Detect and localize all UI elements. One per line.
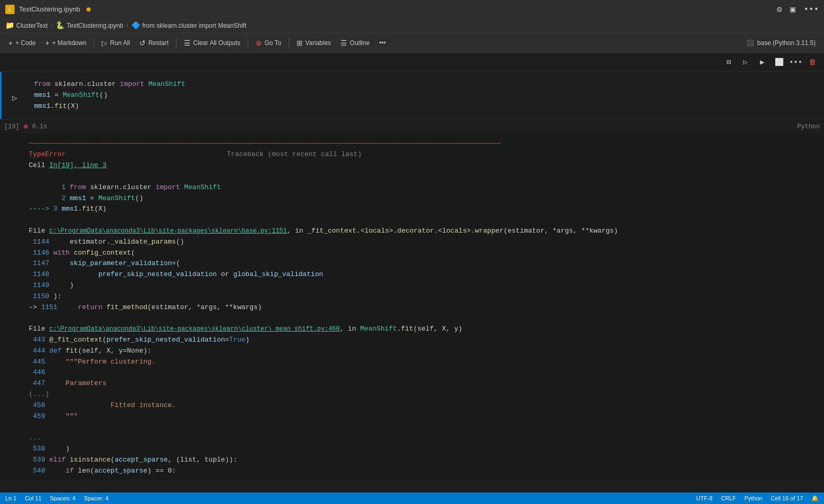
kernel-indicator[interactable]: ⬛ base (Python 3.11.5) [742, 37, 820, 49]
more-toolbar-label: ••• [379, 39, 386, 47]
error-status-icon: ⊗ [24, 122, 28, 131]
title-bar-left: 🐍 TextClustering.ipynb [5, 5, 91, 14]
code-editor[interactable]: from sklearn.cluster import MeanShift mm… [28, 76, 824, 115]
more-toolbar-button[interactable]: ••• [375, 37, 390, 49]
add-markdown-button[interactable]: + + Markdown [41, 37, 91, 49]
error-type: TypeError [29, 150, 65, 158]
f3-l540: 540 if len(accept_sparse) == 0: [29, 466, 824, 477]
status-bar: Ln 1 Col 11 Spaces: 4 Spacer: 4 UTF-8 CR… [0, 492, 824, 504]
f1-l1148: 1148 prefer_skip_nested_validation or gl… [29, 269, 824, 280]
toolbar-sep-1 [94, 38, 94, 48]
breadcrumb: 📁 ClusterText › 🐍 TextClustering.ipynb ›… [0, 18, 824, 33]
f1-l1150: 1150 ): [29, 291, 824, 302]
clear-icon: ☰ [184, 39, 191, 47]
cell-ref: Cell In[19], line 3 [29, 160, 824, 171]
outline-button[interactable]: ☰ Outline [336, 37, 374, 49]
f2-l445: 445 """Perform clustering. [29, 357, 824, 368]
run-cell-button[interactable]: ▷ [12, 93, 17, 103]
main-content: ▷ from sklearn.cluster import MeanShift … [0, 72, 824, 489]
status-ln: Ln 1 [5, 495, 16, 501]
restart-button[interactable]: ↺ Restart [135, 37, 173, 49]
error-header: TypeError Traceback (most recent call la… [29, 149, 824, 160]
breadcrumb-symbol[interactable]: from sklearn.cluster import MeanShift [142, 22, 247, 29]
dots-1: (...) [29, 389, 824, 400]
cell-ref-link[interactable]: In[19], line 3 [49, 161, 106, 169]
status-spacer2: Spacer: 4 [84, 495, 108, 501]
delete-cell-button[interactable]: 🗑 [805, 55, 820, 70]
stop-icon: ⊗ [256, 39, 262, 47]
format-button[interactable]: ⊟ [721, 55, 736, 70]
gear-icon[interactable]: ⚙ [777, 4, 782, 15]
f3-l538: 538 ) [29, 444, 824, 455]
f2-l446: 446 [29, 367, 824, 378]
app-icon: 🐍 [5, 5, 15, 14]
clear-outputs-button[interactable]: ☰ Clear All Outputs [180, 37, 245, 49]
kernel-label: base (Python 3.11.5) [757, 39, 816, 47]
variables-icon: ⊞ [296, 39, 303, 47]
code-cell-19: ▷ from sklearn.cluster import MeanShift … [0, 72, 824, 119]
exec-time: 0.1s [32, 123, 47, 130]
f1-l1147: 1147 skip_parameter_validation=( [29, 258, 824, 269]
breadcrumb-sep-2: › [125, 22, 129, 29]
title-bar-right: ⚙ ▣ ••• [777, 4, 819, 15]
variables-label: Variables [305, 39, 331, 47]
variables-button[interactable]: ⊞ Variables [292, 37, 335, 49]
f2-l447: 447 Parameters [29, 378, 824, 389]
status-col: Col 11 [25, 495, 41, 501]
breadcrumb-cluster-text[interactable]: ClusterText [16, 22, 48, 29]
breadcrumb-sep-1: › [50, 22, 53, 29]
run-all-button[interactable]: ▷ Run All [97, 37, 134, 49]
restart-icon: ↺ [139, 39, 146, 47]
cell-gutter: ▷ [2, 72, 28, 119]
status-right: UTF-8 CRLF Python Cell 16 of 17 🔔 [696, 495, 819, 502]
run-all-icon: ▷ [102, 39, 107, 47]
folder-icon: 📁 [5, 21, 14, 30]
file1-link[interactable]: c:\ProgramData\anaconda3\Lib\site-packag… [49, 227, 287, 235]
f1-l1146: 1146 with config_context( [29, 248, 824, 259]
file2-ref: File c:\ProgramData\anaconda3\Lib\site-p… [29, 324, 824, 335]
toolbar: + + Code + + Markdown ▷ Run All ↺ Restar… [0, 33, 824, 53]
output-area: ────────────────────────────────────────… [0, 134, 824, 480]
collapse-button[interactable]: ⬜ [772, 55, 786, 70]
run-above-button[interactable]: ▷ [738, 55, 753, 70]
cell-number: [19] [4, 123, 19, 130]
layout-icon[interactable]: ▣ [790, 4, 796, 15]
cell-more-button[interactable]: ••• [788, 55, 803, 70]
markdown-icon: + [45, 39, 49, 47]
title-bar: 🐍 TextClustering.ipynb ⚙ ▣ ••• [0, 0, 824, 18]
notifications-icon[interactable]: 🔔 [811, 495, 819, 502]
dots-2: ... [29, 433, 824, 444]
language-indicator: Python [797, 123, 820, 130]
file2-lines: 443 @_fit_context(prefer_skip_nested_val… [29, 335, 824, 422]
outline-icon: ☰ [340, 39, 347, 47]
error-dashes: ────────────────────────────────────────… [29, 138, 824, 149]
run-below-button[interactable]: ▶ [755, 55, 770, 70]
add-markdown-label: + Markdown [52, 39, 86, 47]
tb-line-1: 1 from sklearn.cluster import MeanShift [29, 182, 824, 193]
modified-dot [86, 7, 91, 12]
file2-link[interactable]: c:\ProgramData\anaconda3\Lib\site-packag… [49, 325, 340, 333]
more-icon[interactable]: ••• [804, 5, 819, 14]
f2-l443: 443 @_fit_context(prefer_skip_nested_val… [29, 335, 824, 346]
f1-l1149: 1149 ) [29, 280, 824, 291]
goto-button[interactable]: ⊗ Go To [251, 37, 285, 49]
f2-l459: 459 """ [29, 411, 824, 422]
notebook-icon: 🐍 [56, 21, 64, 30]
tb-line-3-arrow: ----> 3 mms1.fit(X) [29, 204, 824, 215]
file1-ref: File c:\ProgramData\anaconda3\Lib\site-p… [29, 226, 824, 237]
cell-content: from sklearn.cluster import MeanShift mm… [28, 72, 824, 119]
f1-l1151-arrow: -> 1151 return fit_method(estimator, *ar… [29, 302, 824, 313]
traceback-label: Traceback (most recent call last) [227, 150, 361, 158]
file1-lines: 1144 estimator._validate_params() 1146 w… [29, 237, 824, 313]
goto-label: Go To [265, 39, 281, 47]
symbol-icon: 🔷 [131, 21, 140, 30]
traceback-lines: 1 from sklearn.cluster import MeanShift … [29, 182, 824, 215]
breadcrumb-filename[interactable]: TextClustering.ipynb [67, 22, 123, 29]
f3-l539: 539 elif isinstance(accept_sparse, (list… [29, 455, 824, 466]
file3-lines: 538 ) 539 elif isinstance(accept_sparse,… [29, 444, 824, 476]
run-all-label: Run All [110, 39, 130, 47]
toolbar-sep-2 [176, 38, 177, 48]
add-code-button[interactable]: + + Code [4, 37, 40, 49]
kernel-icon: ⬛ [746, 39, 754, 47]
cell-toolbar: ⊟ ▷ ▶ ⬜ ••• 🗑 [0, 53, 824, 72]
